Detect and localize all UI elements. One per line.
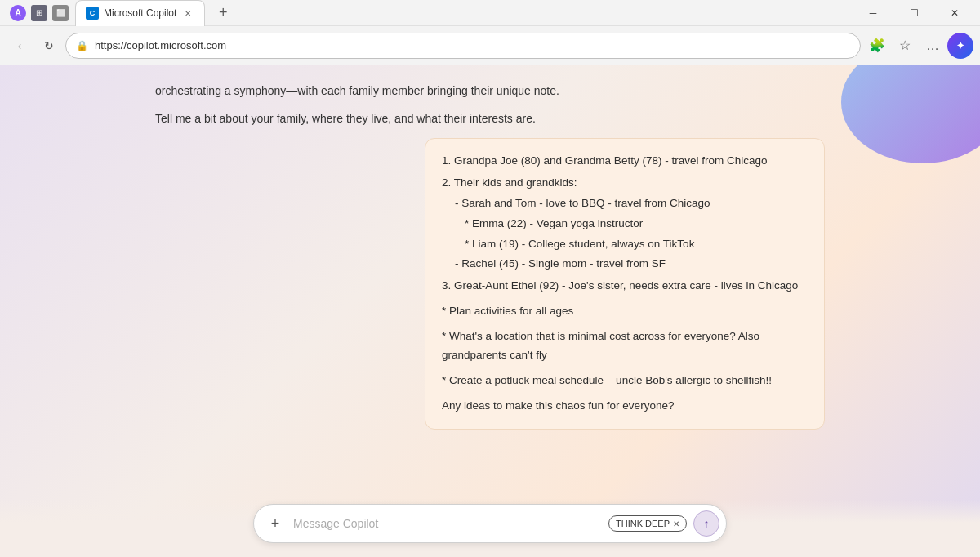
think-deep-badge[interactable]: THINK DEEP ✕: [608, 515, 687, 532]
extensions-button[interactable]: 🧩: [864, 33, 890, 59]
content-wrapper: orchestrating a symphony—with each famil…: [122, 65, 858, 446]
message-line-8: * Plan activities for all ages: [442, 302, 808, 321]
url-text: https://copilot.microsoft.com: [95, 39, 850, 51]
profile-icon[interactable]: A: [10, 5, 26, 21]
send-button[interactable]: ↑: [693, 510, 719, 537]
think-deep-remove-icon[interactable]: ✕: [673, 519, 679, 528]
input-area: + Message Copilot THINK DEEP ✕ ↑: [0, 500, 980, 557]
message-line-9: * What's a location that is minimal cost…: [442, 328, 808, 365]
favicon-area: A ⊞ ⬜: [10, 5, 69, 21]
message-line-3: - Sarah and Tom - love to BBQ - travel f…: [455, 194, 808, 213]
new-tab-button[interactable]: +: [212, 2, 234, 25]
message-line-5: * Liam (19) - College student, always on…: [465, 235, 808, 254]
message-input-bar[interactable]: + Message Copilot THINK DEEP ✕ ↑: [253, 504, 727, 543]
window-controls: ─ ☐ ✕: [854, 0, 973, 26]
close-button[interactable]: ✕: [936, 0, 973, 26]
back-button[interactable]: ‹: [7, 33, 33, 59]
intro-text-line2: Tell me a bit about your family, where t…: [155, 109, 825, 127]
browser-tab[interactable]: C Microsoft Copilot ✕: [75, 0, 205, 26]
think-deep-label: THINK DEEP: [616, 519, 670, 528]
squares-icon[interactable]: ⬜: [52, 5, 69, 21]
favorites-button[interactable]: ☆: [892, 33, 918, 59]
message-line-4: * Emma (22) - Vegan yoga instructor: [465, 215, 808, 234]
extension-icon[interactable]: ⊞: [31, 5, 47, 21]
tab-close-button[interactable]: ✕: [181, 7, 194, 20]
tab-title: Microsoft Copilot: [104, 7, 176, 19]
send-arrow-icon: ↑: [704, 517, 710, 530]
tab-favicon: C: [86, 7, 99, 20]
user-message-bubble: 1. Grandpa Joe (80) and Grandma Betty (7…: [425, 138, 825, 430]
minimize-button[interactable]: ─: [854, 0, 892, 26]
copilot-browser-button[interactable]: ✦: [947, 33, 973, 59]
address-bar: ‹ ↻ 🔒 https://copilot.microsoft.com 🧩 ☆ …: [0, 26, 980, 65]
message-input-placeholder[interactable]: Message Copilot: [293, 517, 602, 530]
lock-icon: 🔒: [76, 40, 88, 51]
intro-text-line1: orchestrating a symphony—with each famil…: [155, 82, 825, 100]
message-line-11: Any ideas to make this chaos fun for eve…: [442, 397, 808, 416]
address-input[interactable]: 🔒 https://copilot.microsoft.com: [65, 33, 861, 59]
message-line-10: * Create a potluck meal schedule – uncle…: [442, 372, 808, 390]
refresh-button[interactable]: ↻: [36, 33, 62, 59]
toolbar-icons: 🧩 ☆ … ✦: [864, 33, 973, 59]
message-line-2: 2. Their kids and grandkids:: [442, 174, 808, 193]
attach-button[interactable]: +: [264, 512, 287, 535]
title-bar: A ⊞ ⬜ C Microsoft Copilot ✕ + ─ ☐ ✕: [0, 0, 980, 26]
maximize-button[interactable]: ☐: [895, 0, 933, 26]
message-line-7: 3. Great-Aunt Ethel (92) - Joe's sister,…: [442, 277, 808, 296]
settings-button[interactable]: …: [920, 33, 946, 59]
main-content: orchestrating a symphony—with each famil…: [0, 65, 980, 557]
message-line-6: - Rachel (45) - Single mom - travel from…: [455, 255, 808, 274]
message-line-1: 1. Grandpa Joe (80) and Grandma Betty (7…: [442, 152, 808, 171]
